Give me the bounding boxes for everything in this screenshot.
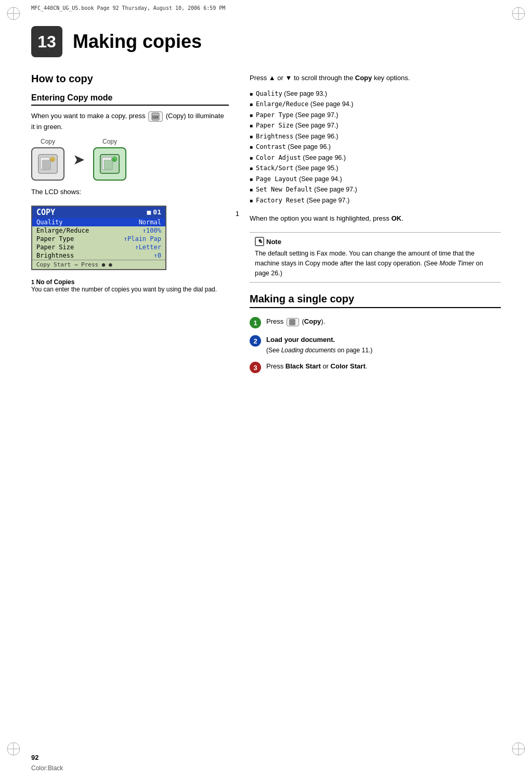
lcd-row-value: ↑0 <box>154 252 161 259</box>
footnote-text: You can enter the number of copies you w… <box>31 286 217 293</box>
copy-button-active: C <box>93 147 126 181</box>
file-info: MFC_440CN_UG_US.book Page 92 Thursday, A… <box>31 5 225 11</box>
body-text-copy-intro: When you want to make a copy, press ⌨ (C… <box>31 111 229 132</box>
section-heading-how-to-copy: How to copy <box>31 73 229 85</box>
lcd-header-row: COPY ■ 01 <box>32 207 165 218</box>
option-code: Stack/Sort <box>256 164 293 173</box>
option-list-item: Stack/Sort (See page 95.) <box>250 164 501 173</box>
steps-container: 1 Press (Copy). 2 Load your document.(Se… <box>250 316 501 373</box>
top-right-reg-mark <box>511 6 526 21</box>
step-1: 1 Press (Copy). <box>250 316 501 328</box>
copy-button-inactive: C <box>31 147 64 181</box>
color-label: Color:Black <box>31 765 63 772</box>
lcd-row: Enlarge/Reduce↑100% <box>32 226 165 235</box>
option-see: (See page 96.) <box>295 132 339 142</box>
copy-inline-button[interactable]: ⌨ <box>148 111 163 122</box>
option-see: (See page 94.) <box>299 175 342 184</box>
lcd-row: Paper Type↑Plain Pap <box>32 235 165 243</box>
subsection-heading-entering-copy-mode: Entering Copy mode <box>31 93 229 106</box>
lcd-footer: Copy Start ⇒ Press ● ● <box>32 260 165 269</box>
option-code: Page Layout <box>256 175 297 184</box>
option-see: (See page 93.) <box>284 90 327 99</box>
option-code: Factory Reset <box>256 196 305 205</box>
bottom-left-reg-mark <box>6 742 21 756</box>
footnote-1: 1 No of Copies You can enter the number … <box>31 278 229 293</box>
option-see: (See page 96.) <box>303 154 346 163</box>
step-number-3: 3 <box>250 362 261 373</box>
option-code: Contrast <box>256 143 286 151</box>
copy-key-label-2: Copy <box>102 138 117 145</box>
lcd-copy-count: 01 <box>153 208 161 216</box>
option-code: Color Adjust <box>256 154 301 162</box>
option-see: (See page 96.) <box>288 143 331 152</box>
step-2: 2 Load your document.(See Loading docume… <box>250 335 501 355</box>
page-number: 92 <box>31 754 38 761</box>
option-see: (See page 94.) <box>310 100 354 109</box>
note-text: The default setting is Fax mode. You can… <box>255 249 496 278</box>
step-3: 3 Press Black Start or Color Start. <box>250 361 501 373</box>
option-list-item: Brightness (See page 96.) <box>250 132 501 142</box>
right-column: Press ▲ or ▼ to scroll through the Copy … <box>250 73 501 379</box>
option-list-item: Page Layout (See page 94.) <box>250 175 501 184</box>
note-box: ✎ Note The default setting is Fax mode. … <box>250 232 501 283</box>
top-left-reg-mark <box>6 6 21 21</box>
step-3-text: Press Black Start or Color Start. <box>266 362 367 370</box>
meta-bar: MFC_440CN_UG_US.book Page 92 Thursday, A… <box>31 5 501 11</box>
note-label: Note <box>266 237 281 247</box>
copy-keys-area: Copy C ➤ Copy <box>31 138 229 181</box>
copy-button-icon: ⌨ <box>151 112 160 121</box>
option-list-item: Factory Reset (See page 97.) <box>250 196 501 206</box>
bottom-right-reg-mark <box>511 742 526 756</box>
note-title: ✎ Note <box>255 237 496 247</box>
chapter-header: 13 Making copies <box>31 26 501 57</box>
section-heading-single-copy: Making a single copy <box>250 293 501 305</box>
svg-text:⌨: ⌨ <box>152 115 159 120</box>
option-code: Paper Size <box>256 121 293 130</box>
lcd-row-label: Paper Type <box>36 235 74 243</box>
option-list-item: Quality (See page 93.) <box>250 90 501 99</box>
step-text-2: Load your document.(See Loading document… <box>266 335 372 355</box>
option-see: (See page 97.) <box>306 196 349 206</box>
copy-button-icon-active: C <box>99 154 120 174</box>
option-list-item: Paper Type (See page 97.) <box>250 111 501 120</box>
highlighted-option-text: When the option you want is highlighted,… <box>250 213 501 224</box>
lcd-header-title: COPY <box>36 208 55 217</box>
lcd-row-value: ↑100% <box>142 227 161 234</box>
lcd-row-label: Brightness <box>36 252 74 259</box>
step-number-2: 2 <box>250 335 261 347</box>
arrow-right-icon: ➤ <box>73 151 85 168</box>
single-copy-section: Making a single copy 1 Press (Copy). 2 L… <box>250 293 501 373</box>
chapter-title: Making copies <box>73 31 202 53</box>
option-list-item: Set New Default (See page 97.) <box>250 185 501 195</box>
lcd-row: Paper Size↑Letter <box>32 243 165 251</box>
option-see: (See page 97.) <box>314 185 357 195</box>
lcd-annotation-number: 1 <box>236 210 239 218</box>
option-see: (See page 97.) <box>295 111 339 120</box>
step-text-1: Press (Copy). <box>266 316 325 327</box>
footnote-number: 1 <box>31 279 34 285</box>
footnote-title: No of Copies <box>36 278 74 286</box>
copy-key-inactive: Copy C <box>31 138 64 181</box>
content-area: How to copy Entering Copy mode When you … <box>31 73 501 379</box>
lcd-row-label: Paper Size <box>36 244 74 251</box>
copy-key-active: Copy C <box>93 138 126 181</box>
copy-button-icon-inactive: C <box>37 154 58 174</box>
lcd-row-value: Normal <box>139 219 161 226</box>
svg-text:C: C <box>113 158 115 162</box>
lcd-doc-icon: ■ <box>147 208 151 216</box>
lcd-container: COPY ■ 01 QualityNormalEnlarge/Reduce↑10… <box>31 206 229 270</box>
lcd-shows-label: The LCD shows: <box>31 187 229 197</box>
lcd-row-label: Quality <box>36 219 63 226</box>
lcd-screen: COPY ■ 01 QualityNormalEnlarge/Reduce↑10… <box>31 206 166 270</box>
options-list: Quality (See page 93.)Enlarge/Reduce (Se… <box>250 90 501 206</box>
step-number-1: 1 <box>250 317 261 328</box>
option-list-item: Enlarge/Reduce (See page 94.) <box>250 100 501 109</box>
option-code: Quality <box>256 90 282 98</box>
chapter-number: 13 <box>31 26 62 57</box>
copy-key-label-1: Copy <box>41 138 55 145</box>
lcd-rows-container: QualityNormalEnlarge/Reduce↑100%Paper Ty… <box>32 218 165 260</box>
svg-rect-16 <box>42 160 50 170</box>
lcd-row: QualityNormal <box>32 218 165 226</box>
option-code: Brightness <box>256 132 293 141</box>
body-text-1: When you want to make a copy, press <box>31 112 145 120</box>
